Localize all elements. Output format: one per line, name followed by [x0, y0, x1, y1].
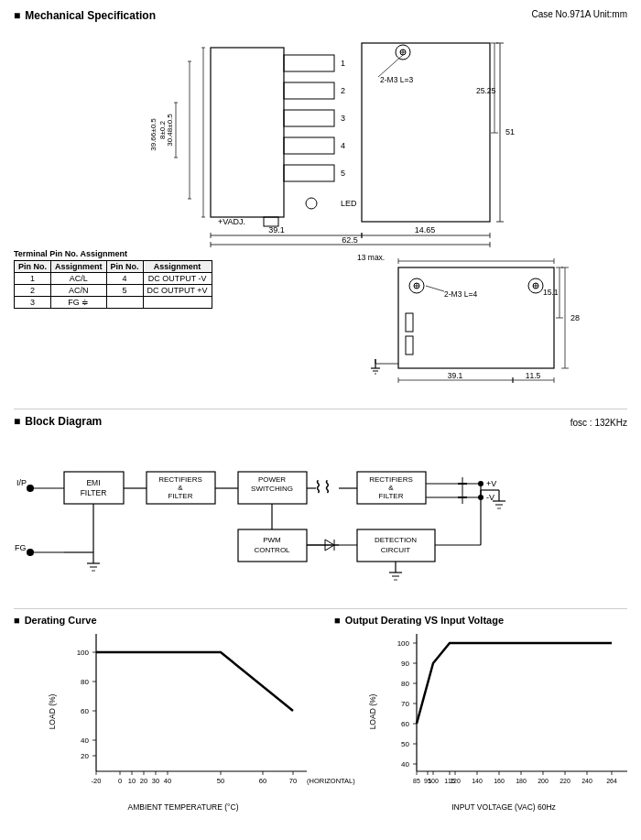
svg-text:60: 60	[81, 707, 89, 715]
svg-text:&: &	[388, 484, 394, 492]
svg-text:⌇: ⌇	[314, 478, 322, 496]
svg-text:85: 85	[413, 778, 420, 784]
block-diagram-section: Block Diagram fosc : 132KHz I/P EMI FILT…	[14, 409, 627, 595]
svg-text:100: 100	[77, 649, 90, 657]
mechanical-bottom-svg: 13 max. 2-M3 L=4	[353, 249, 627, 396]
svg-text:(HORIZONTAL): (HORIZONTAL)	[307, 777, 355, 785]
derating-curve-title: Derating Curve	[14, 615, 307, 626]
svg-text:LOAD (%): LOAD (%)	[48, 693, 57, 729]
svg-text:62.5: 62.5	[342, 235, 358, 245]
svg-text:30: 30	[152, 777, 159, 785]
svg-rect-68	[406, 336, 413, 355]
svg-text:FILTER: FILTER	[168, 492, 193, 500]
svg-text:CIRCUIT: CIRCUIT	[381, 546, 411, 554]
svg-rect-3	[284, 82, 334, 99]
svg-text:100: 100	[397, 639, 410, 648]
svg-text:70: 70	[401, 700, 409, 708]
derating-section: Derating Curve 100 80 60	[14, 608, 627, 812]
svg-rect-0	[211, 48, 284, 217]
output-derating-x-label: INPUT VOLTAGE (VAC) 60Hz	[380, 802, 627, 812]
svg-rect-67	[406, 313, 413, 332]
svg-text:+VADJ.: +VADJ.	[218, 217, 245, 226]
terminal-section: Terminal Pin No. Assignment Pin No. Assi…	[14, 249, 212, 309]
output-derating-container: Output Derating VS Input Voltage 100 90	[334, 615, 627, 812]
svg-text:100: 100	[428, 778, 439, 784]
svg-text:&: &	[178, 484, 183, 492]
svg-rect-1	[284, 55, 334, 71]
mechanical-title: Mechanical Specification	[14, 9, 156, 22]
svg-text:40: 40	[164, 777, 171, 785]
svg-text:RECTIFIERS: RECTIFIERS	[158, 475, 202, 484]
svg-text:70: 70	[289, 777, 297, 785]
svg-text:EMI: EMI	[86, 478, 100, 487]
mechanical-top-svg: 1 2 3 4 5 LED +VADJ.	[101, 29, 540, 240]
terminal-title: Terminal Pin No. Assignment	[14, 249, 212, 258]
svg-text:30.48±0.5: 30.48±0.5	[166, 114, 174, 147]
col-header-pin2: Pin No.	[106, 261, 143, 273]
svg-text:28: 28	[570, 313, 580, 322]
svg-text:1: 1	[341, 59, 345, 68]
block-diagram-svg: I/P EMI FILTER RECTIFIERS & FILTER POWER…	[14, 433, 627, 594]
svg-text:264: 264	[606, 778, 617, 784]
svg-text:160: 160	[494, 778, 505, 784]
svg-text:8±0.2: 8±0.2	[158, 120, 167, 139]
svg-text:FILTER: FILTER	[379, 492, 404, 500]
svg-text:⌇: ⌇	[323, 478, 331, 496]
svg-text:50: 50	[401, 740, 409, 748]
col-header-assign2: Assignment	[143, 261, 212, 273]
svg-text:3: 3	[341, 114, 345, 123]
svg-text:5: 5	[341, 169, 345, 178]
svg-text:FILTER: FILTER	[81, 488, 107, 497]
table-row: 3 FG ≑	[15, 297, 212, 309]
derating-curve-container: Derating Curve 100 80 60	[14, 615, 307, 812]
svg-text:CONTROL: CONTROL	[254, 546, 290, 554]
svg-text:60: 60	[259, 777, 266, 785]
svg-text:FG: FG	[15, 543, 27, 552]
svg-text:PWM: PWM	[263, 536, 281, 544]
svg-text:80: 80	[81, 678, 89, 686]
svg-text:39.1: 39.1	[448, 371, 463, 380]
svg-rect-9	[284, 165, 334, 181]
output-derating-svg: 100 90 80 70 60 50 40	[380, 629, 636, 799]
svg-line-21	[378, 55, 403, 77]
svg-text:10: 10	[128, 777, 136, 785]
svg-text:RECTIFIERS: RECTIFIERS	[369, 475, 413, 484]
svg-text:140: 140	[472, 778, 483, 784]
svg-rect-58	[398, 267, 554, 368]
case-info: Case No.971A Unit:mm	[532, 9, 628, 19]
svg-point-11	[306, 198, 317, 209]
svg-text:180: 180	[516, 778, 527, 784]
table-row: 2 AC/N 5 DC OUTPUT +V	[15, 285, 212, 297]
svg-text:+V: +V	[486, 479, 496, 488]
svg-text:220: 220	[560, 778, 570, 784]
svg-text:POWER: POWER	[258, 475, 286, 484]
svg-rect-19	[362, 43, 490, 222]
svg-text:90: 90	[401, 660, 409, 668]
svg-text:LOAD (%): LOAD (%)	[368, 693, 377, 729]
svg-text:200: 200	[538, 778, 549, 784]
svg-text:80: 80	[401, 680, 409, 688]
svg-text:240: 240	[581, 778, 592, 784]
svg-text:SWITCHING: SWITCHING	[251, 485, 293, 493]
svg-text:DETECTION: DETECTION	[375, 536, 417, 544]
svg-text:39.66±0.5: 39.66±0.5	[149, 118, 158, 151]
svg-text:2-M3 L=3: 2-M3 L=3	[380, 75, 413, 84]
svg-line-70	[426, 286, 444, 291]
svg-text:2-M3 L=4: 2-M3 L=4	[444, 289, 477, 299]
svg-text:25.25: 25.25	[476, 86, 496, 95]
svg-rect-7	[284, 137, 334, 154]
output-derating-title: Output Derating VS Input Voltage	[334, 615, 627, 626]
mechanical-section: Mechanical Specification Case No.971A Un…	[14, 9, 627, 396]
block-diagram-title: Block Diagram	[14, 415, 102, 428]
svg-text:2: 2	[341, 86, 345, 95]
svg-text:20: 20	[140, 777, 147, 785]
page: Mechanical Specification Case No.971A Un…	[0, 0, 641, 821]
svg-point-93	[27, 485, 34, 492]
svg-text:I/P: I/P	[16, 478, 27, 487]
svg-text:40: 40	[81, 736, 89, 745]
svg-text:120: 120	[450, 778, 461, 784]
derating-x-label: AMBIENT TEMPERATURE (°C)	[60, 802, 307, 812]
svg-text:15.1: 15.1	[543, 288, 559, 297]
fosc-label: fosc : 132KHz	[570, 418, 627, 428]
col-header-pin1: Pin No.	[15, 261, 51, 273]
